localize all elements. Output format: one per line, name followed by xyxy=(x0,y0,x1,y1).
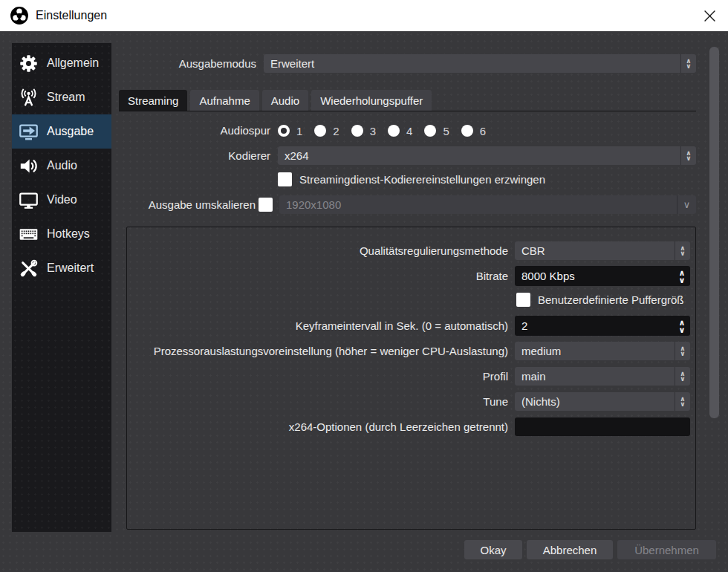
sidebar-item-stream[interactable]: Stream xyxy=(12,80,111,114)
tab-wiederholungspuffer[interactable]: Wiederholungspuffer xyxy=(311,90,432,111)
radio-label: 4 xyxy=(406,125,412,137)
sidebar-item-allgemein[interactable]: Allgemein xyxy=(12,46,111,80)
audio-track-radio-3[interactable]: 3 xyxy=(351,125,376,137)
rate-control-select[interactable]: CBR ∧ ∨ xyxy=(515,241,690,260)
combo-value: medium xyxy=(515,345,675,357)
sidebar-item-audio[interactable]: Audio xyxy=(12,149,111,183)
bitrate-input[interactable]: 8000 Kbps ∧ ∨ xyxy=(515,266,690,286)
output-monitor-icon xyxy=(16,122,40,142)
sidebar-item-label: Video xyxy=(47,193,77,207)
sidebar-item-erweitert[interactable]: Erweitert xyxy=(12,251,111,285)
window-title: Einstellungen xyxy=(36,9,107,22)
encoder-select[interactable]: x264 ∧ ∨ xyxy=(278,146,696,165)
tab-aufnahme[interactable]: Aufnahme xyxy=(190,90,259,111)
obs-logo-icon xyxy=(10,6,29,25)
radio-label: 2 xyxy=(333,125,339,137)
audio-track-radio-4[interactable]: 4 xyxy=(388,125,412,137)
profile-label: Profil xyxy=(127,367,508,386)
dropdown-arrow-icon: ∨ xyxy=(677,195,696,214)
tab-streaming[interactable]: Streaming xyxy=(119,90,187,111)
okay-button[interactable]: Okay xyxy=(464,540,522,559)
close-button[interactable] xyxy=(695,2,724,29)
spinbox-value: 2 xyxy=(515,316,674,336)
broadcast-icon xyxy=(16,88,40,108)
vertical-scrollbar-thumb[interactable] xyxy=(709,47,719,418)
tab-audio[interactable]: Audio xyxy=(262,90,308,111)
updown-spinner-icon: ∧ ∨ xyxy=(675,367,690,386)
radio-label: 1 xyxy=(296,125,302,137)
audio-track-radio-1[interactable]: 1 xyxy=(278,125,302,137)
custom-buffer-label[interactable]: Benutzerdefinierte Puffergröß xyxy=(538,293,684,306)
combo-value: x264 xyxy=(278,149,680,162)
chevron-down-icon: ∨ xyxy=(680,351,685,357)
profile-select[interactable]: main ∧ ∨ xyxy=(515,367,690,386)
chevron-down-icon: ∨ xyxy=(680,402,685,407)
combo-value: CBR xyxy=(515,244,675,257)
radio-icon xyxy=(424,125,436,137)
encoder-label: Kodierer xyxy=(119,146,270,165)
tune-select[interactable]: (Nichts) ∧ ∨ xyxy=(515,392,690,411)
tab-label: Aufnahme xyxy=(199,94,250,107)
keyframe-interval-input[interactable]: 2 ∧ ∨ xyxy=(515,316,690,336)
sidebar-item-label: Allgemein xyxy=(47,56,99,70)
rate-control-label: Qualitätsregulierungsmethode xyxy=(127,241,508,260)
sidebar-item-hotkeys[interactable]: Hotkeys xyxy=(12,217,111,251)
cpu-preset-select[interactable]: medium ∧ ∨ xyxy=(515,342,690,360)
x264-options-label: x264-Optionen (durch Leerzeichen getrenn… xyxy=(127,417,508,436)
bitrate-label: Bitrate xyxy=(127,266,508,286)
output-tabbar: Streaming Aufnahme Audio Wiederholungspu… xyxy=(119,90,435,111)
gear-icon xyxy=(16,53,40,74)
spin-down-button[interactable]: ∨ xyxy=(679,326,686,334)
radio-selected-icon xyxy=(278,125,290,137)
spin-up-button[interactable]: ∧ xyxy=(679,319,686,326)
enforce-service-settings-checkbox[interactable] xyxy=(278,172,292,186)
output-mode-select[interactable]: Erweitert ∧ ∨ xyxy=(264,54,696,73)
combo-value: (Nichts) xyxy=(515,395,675,408)
updown-spinner-icon: ∧ ∨ xyxy=(680,54,696,73)
audio-track-radio-2[interactable]: 2 xyxy=(314,125,339,137)
spinbox-value: 8000 Kbps xyxy=(515,266,674,286)
close-icon xyxy=(703,10,716,22)
audio-track-radio-6[interactable]: 6 xyxy=(461,125,486,137)
cpu-preset-label: Prozessorauslastungsvoreinstellung (höhe… xyxy=(127,342,508,360)
chevron-down-icon: ∨ xyxy=(680,251,685,256)
tab-label: Audio xyxy=(271,94,299,107)
radio-icon xyxy=(314,125,326,137)
abbrechen-button[interactable]: Abbrechen xyxy=(527,540,613,559)
enforce-service-settings-label[interactable]: Streamingdienst-Kodierereinstellungen er… xyxy=(299,173,545,186)
chevron-down-icon: ∨ xyxy=(686,64,691,69)
output-mode-label: Ausgabemodus xyxy=(119,54,256,73)
updown-spinner-icon: ∧ ∨ xyxy=(675,342,690,360)
radio-icon xyxy=(388,125,400,137)
radio-label: 5 xyxy=(443,125,449,137)
settings-sidebar: Allgemein Stream xyxy=(12,43,111,532)
updown-spinner-icon: ∧ ∨ xyxy=(675,392,690,411)
titlebar: Einstellungen xyxy=(0,0,728,31)
audio-track-radio-5[interactable]: 5 xyxy=(424,125,449,137)
rescale-output-checkbox[interactable] xyxy=(259,198,273,212)
chevron-down-icon: ∨ xyxy=(680,377,685,382)
x264-options-input[interactable] xyxy=(515,417,690,436)
sidebar-item-video[interactable]: Video xyxy=(12,183,111,217)
spin-buttons: ∧ ∨ xyxy=(674,266,690,286)
tabbar-underline xyxy=(119,111,696,111)
radio-icon xyxy=(461,125,473,137)
updown-spinner-icon: ∧ ∨ xyxy=(675,241,690,260)
sidebar-item-label: Stream xyxy=(47,91,85,104)
chevron-down-icon: ∨ xyxy=(683,199,691,210)
encoder-settings-group: Qualitätsregulierungsmethode CBR ∧ ∨ Bit… xyxy=(126,227,696,530)
radio-icon xyxy=(351,125,363,137)
spin-buttons: ∧ ∨ xyxy=(674,316,690,336)
tab-label: Streaming xyxy=(128,94,178,107)
sidebar-item-label: Ausgabe xyxy=(47,125,94,138)
sidebar-item-label: Audio xyxy=(47,159,77,172)
spin-down-button[interactable]: ∨ xyxy=(679,276,686,284)
tune-label: Tune xyxy=(127,392,508,411)
settings-dialog-body: Allgemein Stream xyxy=(0,31,728,572)
radio-label: 3 xyxy=(370,125,376,137)
button-label: Abbrechen xyxy=(543,544,597,556)
rescale-output-label[interactable]: Ausgabe umskalieren xyxy=(119,195,256,214)
custom-buffer-checkbox[interactable] xyxy=(516,293,530,307)
spin-up-button[interactable]: ∧ xyxy=(679,269,686,276)
sidebar-item-ausgabe[interactable]: Ausgabe xyxy=(12,114,111,149)
